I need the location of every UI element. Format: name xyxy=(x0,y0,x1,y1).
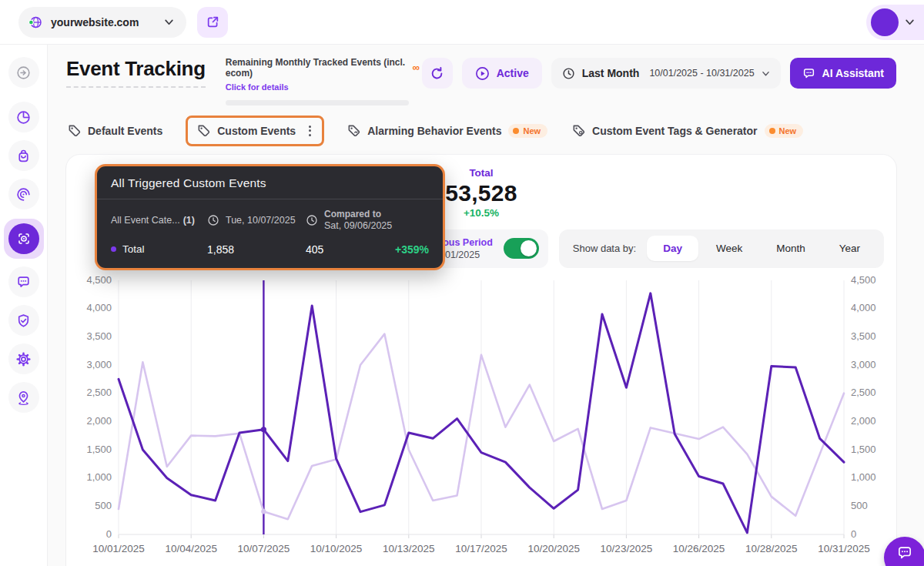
x-tick-label: 10/07/2025 xyxy=(238,543,290,554)
tab-custom-events-annotation: Custom Events xyxy=(186,116,324,146)
site-name: yourwebsite.com xyxy=(51,16,139,28)
globe-icon xyxy=(28,15,43,30)
open-site-button[interactable] xyxy=(197,7,228,38)
location-pin-icon xyxy=(15,390,32,406)
x-tick-label: 10/20/2025 xyxy=(527,543,580,554)
tab-label: Default Events xyxy=(88,125,162,137)
granularity-day[interactable]: Day xyxy=(647,236,698,261)
tooltip-divider xyxy=(97,199,443,199)
ecommerce-bag-icon xyxy=(15,148,32,164)
x-tick-label: 10/31/2025 xyxy=(818,543,870,554)
tooltip-previous-value: 405 xyxy=(306,243,395,256)
chat-icon xyxy=(802,67,815,80)
granularity-week[interactable]: Week xyxy=(700,236,758,261)
page-title: Event Tracking xyxy=(66,57,206,88)
tag-icon xyxy=(68,124,81,137)
sidebar-item-ecommerce[interactable] xyxy=(8,140,39,171)
tag-generator-icon xyxy=(572,124,585,137)
remaining-details-link[interactable]: Click for details xyxy=(226,82,289,92)
toggle-knob xyxy=(521,240,537,256)
tab-alarming-behavior-events[interactable]: Alarming Behavior Events New xyxy=(347,124,547,138)
kebab-menu-icon[interactable] xyxy=(307,124,313,138)
remaining-events-widget: Remaining Monthly Tracked Events (incl. … xyxy=(226,58,420,105)
tooltip-series: Total xyxy=(111,243,207,255)
dashboard-pie-icon xyxy=(15,109,32,126)
tooltip-current-value: 1,858 xyxy=(207,243,306,256)
external-link-icon xyxy=(206,15,219,28)
y-axis-left: 4,5004,0003,5003,0002,5002,0001,5001,000… xyxy=(77,280,119,534)
tab-custom-events[interactable]: Custom Events xyxy=(197,124,296,137)
x-tick-label: 10/13/2025 xyxy=(383,543,435,554)
event-tracking-target-icon xyxy=(8,223,39,254)
sidebar-item-seo[interactable] xyxy=(8,305,39,336)
x-tick-label: 10/28/2025 xyxy=(745,543,798,554)
settings-gear-icon xyxy=(15,351,32,367)
tab-label: Custom Event Tags & Generator xyxy=(592,125,757,137)
refresh-icon xyxy=(430,66,444,81)
show-data-by-label: Show data by: xyxy=(573,243,636,254)
feedback-chat-icon xyxy=(15,274,32,290)
tab-custom-event-tags-generator[interactable]: Custom Event Tags & Generator New xyxy=(572,124,803,138)
compare-toggle[interactable] xyxy=(504,238,539,259)
user-menu[interactable] xyxy=(866,5,924,40)
x-axis: 10/01/202510/04/202510/07/202510/10/2025… xyxy=(119,538,844,561)
granularity-year[interactable]: Year xyxy=(823,236,876,261)
ai-assistant-label: AI Assistant xyxy=(822,67,884,79)
period-label: Last Month xyxy=(582,67,640,79)
tab-default-events[interactable]: Default Events xyxy=(68,124,162,137)
sidebar-item-settings[interactable] xyxy=(8,343,39,374)
refresh-button[interactable] xyxy=(422,58,453,89)
new-dot-icon xyxy=(513,128,519,134)
remaining-progress-bar xyxy=(226,100,409,105)
new-badge: New xyxy=(508,124,547,138)
x-tick-label: 10/23/2025 xyxy=(601,543,653,554)
status-active-label: Active xyxy=(497,67,529,79)
chevron-down-icon xyxy=(905,17,915,27)
sidebar-item-location[interactable] xyxy=(8,382,39,413)
sidebar xyxy=(0,45,48,566)
topbar: yourwebsite.com xyxy=(0,0,924,45)
site-selector[interactable]: yourwebsite.com xyxy=(18,7,186,38)
status-active-button[interactable]: Active xyxy=(462,58,542,89)
chart-tooltip: All Triggered Custom Events All Event Ca… xyxy=(95,164,445,270)
sidebar-item-collapse[interactable] xyxy=(8,57,39,88)
sidebar-item-dashboard[interactable] xyxy=(8,102,39,132)
new-dot-icon xyxy=(769,128,775,134)
x-tick-label: 10/10/2025 xyxy=(310,543,363,554)
sidebar-item-event-tracking[interactable] xyxy=(4,219,44,259)
chevron-down-icon xyxy=(762,69,770,78)
play-circle-icon xyxy=(475,66,490,81)
main-content: Event Tracking Remaining Monthly Tracked… xyxy=(48,45,924,566)
tooltip-compared: Compared to Sat, 09/06/2025 xyxy=(306,209,429,233)
chevron-down-icon xyxy=(164,17,174,27)
x-tick-label: 10/17/2025 xyxy=(455,543,507,554)
clock-icon xyxy=(562,67,575,80)
sidebar-item-feedback[interactable] xyxy=(8,266,39,297)
tooltip-change: +359% xyxy=(395,243,429,256)
chart-plot[interactable] xyxy=(119,280,844,534)
x-tick-label: 10/01/2025 xyxy=(92,543,145,554)
tag-alert-icon xyxy=(347,124,360,137)
page-header: Event Tracking Remaining Monthly Tracked… xyxy=(66,57,896,105)
period-range: 10/01/2025 - 10/31/2025 xyxy=(649,68,754,79)
tab-label: Alarming Behavior Events xyxy=(367,125,501,137)
sidebar-item-heatmaps[interactable] xyxy=(8,179,39,209)
tooltip-title: All Triggered Custom Events xyxy=(111,176,429,190)
events-tabs: Default Events Custom Events xyxy=(66,114,896,148)
ai-assistant-button[interactable]: AI Assistant xyxy=(790,58,896,89)
date-range-selector[interactable]: Last Month 10/01/2025 - 10/31/2025 xyxy=(551,58,781,89)
avatar xyxy=(871,8,899,36)
series-dot-icon xyxy=(111,246,116,252)
line-chart: 4,5004,0003,5003,0002,5002,0001,5001,000… xyxy=(77,280,886,534)
x-tick-label: 10/26/2025 xyxy=(673,543,725,554)
clock-icon xyxy=(306,214,318,226)
heatmap-spiral-icon xyxy=(15,186,32,203)
tooltip-date: Tue, 10/07/2025 xyxy=(207,214,306,226)
clock-icon xyxy=(207,214,219,226)
collapse-panel-icon xyxy=(15,65,32,81)
y-axis-right: 4,5004,0003,5003,0002,5002,0001,5001,000… xyxy=(844,280,886,534)
granularity-month[interactable]: Month xyxy=(760,236,822,261)
new-badge: New xyxy=(765,124,804,138)
tooltip-category: All Event Cate...(1) xyxy=(111,215,207,226)
remaining-events-label: Remaining Monthly Tracked Events (incl. … xyxy=(226,58,408,79)
